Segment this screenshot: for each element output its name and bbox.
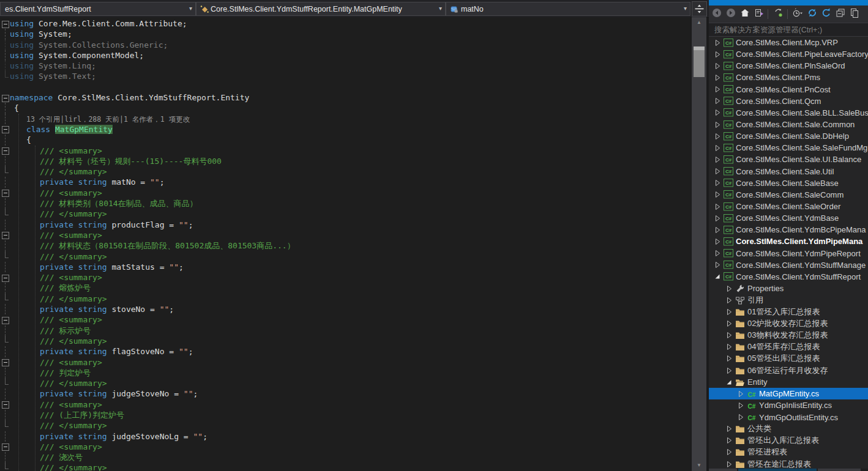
expander-collapsed-icon[interactable] <box>724 284 734 293</box>
expander-collapsed-icon[interactable] <box>724 436 734 445</box>
expander-collapsed-icon[interactable] <box>713 202 722 211</box>
collapse-all-button[interactable] <box>834 8 847 20</box>
fold-toggle[interactable] <box>0 357 11 368</box>
tree-item-project[interactable]: C#Core.StlMes.Client.YdmBcPipeMana <box>709 224 868 236</box>
code-line[interactable]: using System.Linq; <box>0 61 690 71</box>
back-button[interactable] <box>711 8 723 20</box>
tree-item-project[interactable]: C#Core.StlMes.Client.YdmPipeReport <box>709 248 868 259</box>
fold-toggle[interactable] <box>0 188 11 198</box>
switch-views-button[interactable] <box>753 8 765 20</box>
scroll-up-arrow-icon[interactable]: ▲ <box>692 18 706 27</box>
tree-item-project[interactable]: C#Core.StlMes.Client.SaleComm <box>709 189 868 201</box>
tree-item[interactable]: 01管坯入库汇总报表 <box>709 306 868 317</box>
tree-item[interactable]: 06管坯运行年月收发存 <box>709 365 868 376</box>
fold-toggle[interactable] <box>0 18 11 29</box>
expander-expanded-icon[interactable] <box>713 272 722 281</box>
member-dropdown[interactable]: matNo ▾ <box>446 2 690 16</box>
code-line[interactable]: private string matStatus = ""; <box>0 262 690 272</box>
tree-item[interactable]: 管坯进程表 <box>709 447 868 458</box>
code-line[interactable]: using System.ComponentModel; <box>0 50 690 61</box>
code-line[interactable]: using System.Text; <box>0 71 690 81</box>
forward-button[interactable] <box>725 8 737 20</box>
code-line[interactable]: using System.Collections.Generic; <box>0 40 690 50</box>
tree-item[interactable]: 管坯在途汇总报表 <box>709 458 868 469</box>
tree-item-project[interactable]: C#Core.StlMes.Client.Sale.Common <box>709 119 868 130</box>
refresh-button[interactable] <box>806 8 818 20</box>
tree-item[interactable]: Entity <box>709 376 868 388</box>
expander-collapsed-icon[interactable] <box>724 319 734 328</box>
expander-collapsed-icon[interactable] <box>713 237 722 246</box>
code-editor[interactable]: using Core.Mes.Client.Comm.Attribute;usi… <box>0 17 690 471</box>
code-line[interactable]: namespace Core.StlMes.Client.YdmStuffRep… <box>0 92 690 103</box>
tree-item-project[interactable]: C#Core.StlMes.Client.SaleOrder <box>709 201 868 212</box>
expander-collapsed-icon[interactable] <box>713 249 722 258</box>
code-line[interactable]: private string judgeStoveNoLg = ""; <box>0 431 690 442</box>
expander-expanded-icon[interactable] <box>724 378 734 387</box>
code-line[interactable]: class MatGpMEntity <box>0 124 690 135</box>
code-line[interactable]: 13 个引用|lirl，288 天前|1 名作者，1 项更改 <box>0 114 690 124</box>
expander-collapsed-icon[interactable] <box>724 331 734 339</box>
code-line[interactable]: /// </summary> <box>0 462 690 471</box>
expander-collapsed-icon[interactable] <box>713 261 722 269</box>
tree-item-project[interactable]: C#Core.StlMes.Client.PlnSaleOrd <box>709 60 868 72</box>
expander-collapsed-icon[interactable] <box>724 460 734 469</box>
expander-collapsed-icon[interactable] <box>713 73 722 82</box>
scroll-down-arrow-icon[interactable]: ▼ <box>692 461 706 470</box>
code-line[interactable]: /// <summary> <box>0 188 690 198</box>
expander-collapsed-icon[interactable] <box>713 108 722 117</box>
home-button[interactable] <box>739 8 751 20</box>
bottom-tab[interactable] <box>738 469 817 471</box>
solution-explorer-search-input[interactable]: 搜索解决方案资源管理器(Ctrl+;) <box>709 23 868 37</box>
code-line[interactable]: /// 材料号（坯号）规则---(15)----母料号000 <box>0 156 690 166</box>
code-line[interactable]: /// <summary> <box>0 442 690 452</box>
tree-item[interactable]: 管坯出入库汇总报表 <box>709 435 868 447</box>
tree-item-project[interactable]: C#Core.StlMes.Client.YdmStuffReport <box>709 271 868 283</box>
tree-item[interactable]: 引用 <box>709 294 868 306</box>
code-line[interactable]: private string flagStoveNo = ""; <box>0 346 690 357</box>
tree-item[interactable]: Properties <box>709 283 868 294</box>
expander-collapsed-icon[interactable] <box>713 144 722 152</box>
fold-toggle[interactable] <box>0 230 11 240</box>
bottom-tab[interactable] <box>709 469 737 471</box>
expander-collapsed-icon[interactable] <box>724 308 734 316</box>
code-line[interactable]: { <box>0 103 690 113</box>
expander-collapsed-icon[interactable] <box>713 97 722 105</box>
fold-toggle[interactable] <box>0 399 11 410</box>
code-line[interactable]: /// <summary> <box>0 314 690 325</box>
code-line[interactable]: /// <summary> <box>0 357 690 368</box>
fold-toggle[interactable] <box>0 314 11 325</box>
code-line[interactable]: /// 浇次号 <box>0 452 690 462</box>
expander-collapsed-icon[interactable] <box>713 62 722 70</box>
expander-collapsed-icon[interactable] <box>713 132 722 141</box>
tree-item[interactable]: 05管坯出库汇总报表 <box>709 353 868 365</box>
expander-collapsed-icon[interactable] <box>724 354 734 363</box>
code-line[interactable]: /// 熔炼炉号 <box>0 283 690 293</box>
code-line[interactable]: /// <summary> <box>0 146 690 156</box>
expander-collapsed-icon[interactable] <box>736 413 746 421</box>
code-line[interactable]: private string stoveNo = ""; <box>0 304 690 314</box>
code-line[interactable]: /// </summary> <box>0 294 690 304</box>
tree-item-project[interactable]: C#Core.StlMes.Client.Sale.UI.Balance <box>709 154 868 165</box>
tree-item-project[interactable]: C#Core.StlMes.Client.PnCost <box>709 84 868 95</box>
tree-item-project[interactable]: C#Core.StlMes.Client.Pms <box>709 72 868 83</box>
tree-item-file[interactable]: C#YdmGpInlistEntity.cs <box>709 399 868 411</box>
tree-item-project[interactable]: C#Core.StlMes.Client.Qcm <box>709 95 868 107</box>
code-line[interactable]: using System; <box>0 29 690 39</box>
code-line[interactable] <box>0 82 690 92</box>
fold-toggle[interactable] <box>0 92 11 103</box>
expander-collapsed-icon[interactable] <box>724 366 734 375</box>
tree-item-project[interactable]: C#Core.StlMes.Client.Sale.SaleFundMg <box>709 142 868 154</box>
tree-item-project[interactable]: C#Core.StlMes.Client.YdmPipeMana <box>709 236 868 247</box>
tree-item-project[interactable]: C#Core.StlMes.Client.YdmBase <box>709 212 868 224</box>
tree-item-file[interactable]: C#YdmGpOutlistEntity.cs <box>709 412 868 423</box>
tree-item-project[interactable]: C#Core.StlMes.Client.SaleBase <box>709 177 868 189</box>
fold-toggle[interactable] <box>0 272 11 283</box>
code-line[interactable]: /// <summary> <box>0 399 690 410</box>
code-line[interactable]: /// <summary> <box>0 230 690 240</box>
code-line[interactable]: /// 判定炉号 <box>0 368 690 378</box>
update-button[interactable] <box>820 8 832 20</box>
bottom-tab[interactable] <box>818 469 861 471</box>
expander-collapsed-icon[interactable] <box>713 85 722 94</box>
code-line[interactable]: { <box>0 135 690 145</box>
expander-collapsed-icon[interactable] <box>724 448 734 456</box>
